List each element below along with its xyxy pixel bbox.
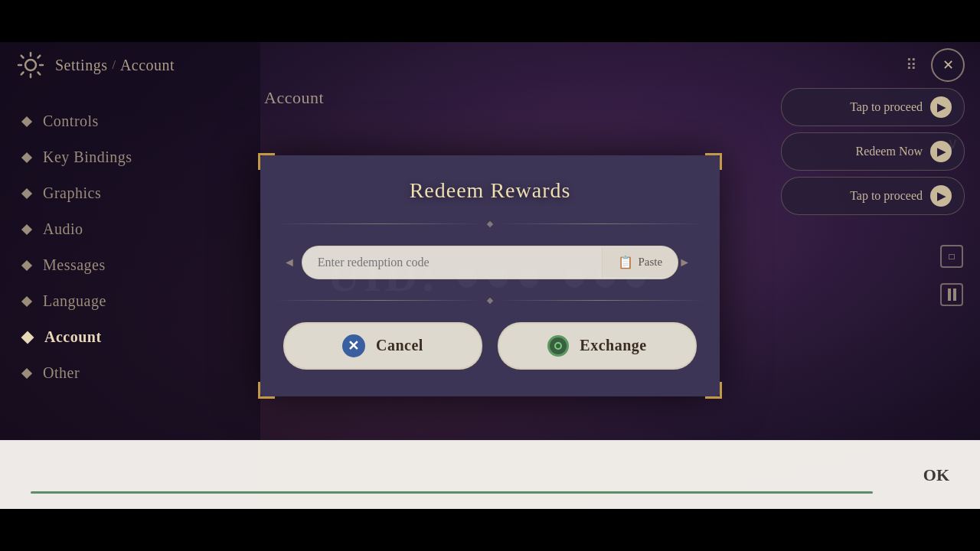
paste-button[interactable]: 📋 Paste <box>602 247 678 277</box>
cancel-x-icon: ✕ <box>342 334 365 357</box>
code-input-wrapper: 📋 Paste <box>302 246 678 279</box>
divider-diamond <box>487 220 493 227</box>
input-area: ◄ 📋 Paste ► <box>260 230 720 295</box>
modal-overlay: UID: ●●● ●●● Redeem Rewards ◄ 📋 Paste ► <box>0 42 980 509</box>
redemption-code-input[interactable] <box>302 246 603 279</box>
corner-decoration-br <box>705 382 722 399</box>
right-arrow-icon: ► <box>678 256 691 269</box>
corner-decoration-tl <box>258 153 275 170</box>
top-divider <box>260 222 720 227</box>
divider-line-right <box>498 223 704 224</box>
paste-icon: 📋 <box>618 255 633 269</box>
ok-button[interactable]: OK <box>923 465 949 485</box>
left-arrow-icon: ◄ <box>283 256 296 269</box>
exchange-inner-circle <box>554 342 562 350</box>
divider-line-left <box>276 223 482 224</box>
corner-decoration-tr <box>705 153 722 170</box>
divider-line-left <box>276 300 482 301</box>
divider-line-right <box>498 300 704 301</box>
black-bar-bottom <box>0 509 980 551</box>
corner-decoration-bl <box>258 382 275 399</box>
modal-buttons: ✕ Cancel Exchange <box>260 307 720 396</box>
black-bar-top <box>0 0 980 42</box>
modal-title: Redeem Rewards <box>260 155 720 218</box>
divider-diamond <box>487 297 493 303</box>
exchange-button[interactable]: Exchange <box>498 322 697 370</box>
cancel-button[interactable]: ✕ Cancel <box>283 322 482 370</box>
bottom-notification-bar: OK <box>0 440 980 509</box>
exchange-circle-icon <box>547 335 569 357</box>
bottom-divider <box>260 298 720 303</box>
redeem-rewards-modal: UID: ●●● ●●● Redeem Rewards ◄ 📋 Paste ► <box>260 155 720 396</box>
progress-bar <box>31 491 873 494</box>
